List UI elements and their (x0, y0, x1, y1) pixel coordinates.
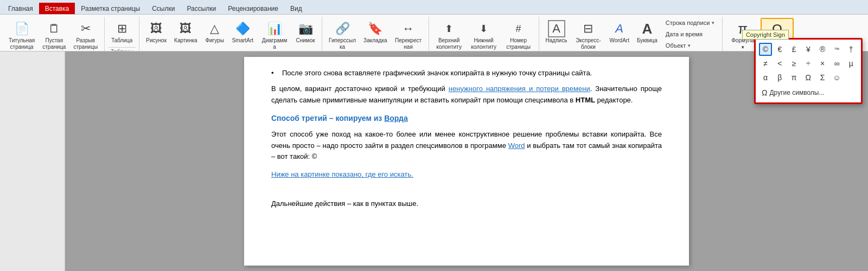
shapes-label: Фигуры (205, 37, 224, 44)
bookmark-button[interactable]: 🔖 Закладка (360, 18, 390, 46)
wordart-label: WordArt (609, 37, 629, 44)
bukvitsa-icon: A (639, 20, 656, 37)
document-page: После этого снова вставляете графический… (244, 57, 689, 266)
screenshot-button[interactable]: 📷 Снимок (292, 18, 318, 46)
smartart-label: SmartArt (232, 37, 253, 44)
smartart-button[interactable]: 🔷 SmartArt (229, 18, 257, 46)
express-blocks-icon: ⊟ (579, 20, 597, 37)
textbox-label: Надпись (546, 37, 567, 44)
bukvitsa-button[interactable]: A Буквица (634, 18, 661, 46)
title-page-button[interactable]: 📄 Титульнаястраница (5, 18, 38, 51)
bookmark-icon: 🔖 (367, 20, 384, 37)
symbol-cell-euro[interactable]: € (773, 43, 786, 56)
cross-ref-button[interactable]: ↔ Перекрестнаяссылка (392, 18, 425, 51)
express-blocks-button[interactable]: ⊟ Экспресс-блоки (571, 18, 605, 51)
main-content: После этого снова вставляете графический… (0, 51, 868, 271)
chart-button[interactable]: 📊 Диаграмма (258, 18, 291, 51)
symbol-cell-infinity[interactable]: ∞ (830, 57, 843, 70)
tab-page-layout[interactable]: Разметка страницы (75, 3, 146, 14)
ribbon-tab-bar: Главная Вставка Разметка страницы Ссылки… (0, 0, 868, 14)
page-break-button[interactable]: ✂ Разрывстраницы (70, 18, 101, 51)
symbol-cell-sigma[interactable]: Σ (816, 71, 829, 84)
title-page-label: Титульнаястраница (9, 37, 35, 50)
symbol-popup: © Copyright Sign € £ ¥ ® ™ † ≠ < ≥ ÷ × ∞… (754, 38, 863, 104)
document-area: После этого снова вставляете графический… (65, 51, 868, 271)
signature-line-button[interactable]: Строка подписи ▼ (662, 18, 719, 28)
tab-insert[interactable]: Вставка (39, 3, 75, 14)
page-number-icon: # (510, 20, 527, 37)
ribbon-content: 📄 Титульнаястраница 🗒 Пустаястраница ✂ Р… (0, 14, 868, 51)
wordart-button[interactable]: A WordArt (606, 18, 633, 46)
date-time-label: Дата и время (666, 31, 703, 37)
tab-mailings[interactable]: Рассылки (181, 3, 222, 14)
symbol-cell-smiley[interactable]: ☺ (830, 71, 843, 84)
symbol-cell-pound[interactable]: £ (788, 43, 801, 56)
more-symbols-icon: Ω (762, 88, 767, 97)
tab-home[interactable]: Главная (2, 3, 39, 14)
symbol-cell-trademark[interactable]: ™ (830, 43, 843, 56)
more-symbols-button[interactable]: Ω Другие символы... (759, 86, 858, 99)
paragraph3: Дальнейшие действия – как в пунктах выше… (271, 198, 662, 210)
symbol-cell-pi[interactable]: π (788, 71, 801, 84)
cross-ref-icon: ↔ (400, 20, 417, 37)
page-break-icon: ✂ (77, 20, 94, 37)
symbol-cell-divide[interactable]: ÷ (802, 57, 815, 70)
page-break-label: Разрывстраницы (73, 37, 98, 50)
picture-label: Рисунок (146, 37, 167, 44)
bukvitsa-label: Буквица (637, 37, 658, 44)
chart-icon: 📊 (266, 20, 283, 37)
clip-art-button[interactable]: 🖼 Картинка (171, 18, 201, 46)
clip-art-icon: 🖼 (177, 20, 194, 37)
paragraph1: В целом, вариант достаточно кривой и тре… (271, 83, 662, 106)
tab-view[interactable]: Вид (284, 3, 308, 14)
symbol-cell-notequal[interactable]: ≠ (759, 57, 772, 70)
symbol-cell-registered[interactable]: ® (816, 43, 829, 56)
hyperlink-icon: 🔗 (334, 20, 351, 37)
tab-references[interactable]: Ссылки (146, 3, 181, 14)
blank-page-button[interactable]: 🗒 Пустаястраница (39, 18, 69, 51)
group-links: 🔗 Гиперссылка 🔖 Закладка ↔ Перекрестнаяс… (322, 17, 429, 51)
symbol-cell-yen[interactable]: ¥ (802, 43, 815, 56)
symbol-cell-dagger[interactable]: † (845, 43, 858, 56)
symbol-cell-beta[interactable]: β (773, 71, 786, 84)
header-icon: ⬆ (441, 20, 458, 37)
symbol-cell-less[interactable]: < (773, 57, 786, 70)
header-button[interactable]: ⬆ Верхнийколонтитул ▼ (432, 18, 466, 51)
textbox-button[interactable]: A Надпись (542, 18, 571, 46)
cross-ref-label: Перекрестнаяссылка (395, 37, 422, 51)
footer-icon: ⬇ (475, 20, 493, 37)
symbol-cell-copyright[interactable]: © Copyright Sign (759, 43, 772, 56)
link-word[interactable]: Word (508, 141, 525, 150)
heading-third-method: Способ третий – копируем из Ворда (271, 112, 662, 124)
hyperlink-button[interactable]: 🔗 Гиперссылка (326, 18, 359, 51)
link-below[interactable]: Ниже на картинке показано, где его искат… (271, 170, 413, 178)
page-number-button[interactable]: # Номерстраницы ▼ (502, 18, 535, 51)
link-naprjazhenija[interactable]: ненужного напряжения и потери времени (449, 85, 590, 93)
symbol-cell-alpha[interactable]: α (759, 71, 772, 84)
group-tables: ⊞ Таблица Таблицы (105, 17, 139, 51)
date-time-button[interactable]: Дата и время (662, 29, 719, 39)
clip-art-label: Картинка (174, 37, 197, 44)
shapes-button[interactable]: △ Фигуры (202, 18, 228, 46)
picture-button[interactable]: 🖼 Рисунок (143, 18, 170, 46)
group-illustrations: 🖼 Рисунок 🖼 Картинка △ Фигуры 🔷 SmartArt… (139, 17, 322, 51)
text-small-buttons: Строка подписи ▼ Дата и время Объект ▼ (662, 18, 719, 50)
link-vord[interactable]: Ворда (384, 114, 408, 122)
symbol-cell-geq[interactable]: ≥ (788, 57, 801, 70)
symbol-cell-omega[interactable]: Ω (802, 71, 815, 84)
header-label: Верхнийколонтитул ▼ (436, 37, 463, 51)
table-button[interactable]: ⊞ Таблица (108, 18, 136, 46)
formula-icon: π (734, 20, 751, 37)
group-tables-label: Таблицы (108, 47, 136, 51)
footer-label: Нижнийколонтитул ▼ (470, 37, 497, 51)
symbol-cell-mu[interactable]: µ (845, 57, 858, 70)
tab-review[interactable]: Рецензирование (222, 3, 284, 14)
footer-button[interactable]: ⬇ Нижнийколонтитул ▼ (467, 18, 501, 51)
signature-line-arrow: ▼ (711, 21, 715, 25)
object-arrow: ▼ (687, 43, 691, 48)
symbol-cell-times[interactable]: × (816, 57, 829, 70)
express-blocks-label: Экспресс-блоки (575, 37, 602, 50)
symbol-grid: © Copyright Sign € £ ¥ ® ™ † ≠ < ≥ ÷ × ∞… (759, 43, 858, 84)
object-button[interactable]: Объект ▼ (662, 41, 719, 50)
page-number-label: Номерстраницы ▼ (505, 37, 532, 51)
